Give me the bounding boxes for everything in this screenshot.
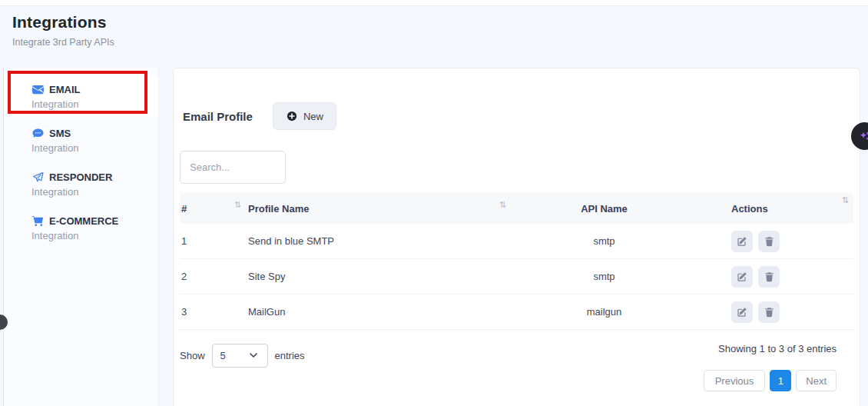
page-title: Integrations	[12, 13, 114, 32]
entries-label: entries	[275, 350, 305, 361]
table-row: 3 MailGun mailgun	[180, 295, 853, 330]
column-header-api-name[interactable]: API Name	[506, 203, 702, 215]
new-button-label: New	[303, 111, 323, 122]
sparkles-icon	[859, 130, 868, 142]
shopping-cart-icon	[31, 215, 44, 227]
profile-name: Site Spy	[248, 271, 285, 282]
sidebar-item-ecommerce[interactable]: E-COMMERCE Integration	[4, 208, 158, 248]
sms-bubble-icon	[31, 127, 44, 139]
sidebar-item-sms[interactable]: SMS Integration	[4, 121, 158, 160]
previous-page-button[interactable]: Previous	[704, 370, 766, 391]
edit-icon	[736, 235, 748, 248]
row-index: 1	[181, 235, 187, 247]
edit-button[interactable]	[731, 231, 753, 252]
sort-icon[interactable]: ⇅	[842, 195, 849, 205]
current-page-button[interactable]: 1	[770, 370, 791, 391]
table-row: 2 Site Spy smtp	[180, 259, 853, 295]
edit-icon	[736, 306, 748, 318]
column-header-label: #	[181, 203, 187, 215]
api-name: mailgun	[506, 306, 702, 318]
sidebar-item-sublabel: Integration	[31, 98, 152, 110]
column-header-label: API Name	[581, 203, 628, 215]
column-header-profile-name[interactable]: Profile Name ⇅	[241, 203, 506, 215]
edit-button[interactable]	[731, 301, 753, 323]
showing-entries-text: Showing 1 to 3 of 3 entries	[718, 343, 837, 354]
page-subtitle: Integrate 3rd Party APIs	[12, 37, 114, 48]
new-profile-button[interactable]: New	[273, 102, 336, 130]
api-name: smtp	[506, 235, 702, 247]
edit-icon	[736, 271, 748, 283]
panel-header: Email Profile New	[183, 102, 336, 130]
search-input[interactable]	[180, 151, 286, 184]
sidebar-item-email[interactable]: EMAIL Integration	[4, 77, 158, 116]
show-label: Show	[180, 350, 205, 361]
column-header-num[interactable]: # ⇅	[180, 203, 241, 215]
top-divider	[0, 0, 868, 6]
trash-icon	[763, 235, 775, 248]
api-name: smtp	[506, 271, 702, 282]
sidebar-item-sublabel: Integration	[31, 186, 152, 198]
page-size-control: Show 5 entries	[180, 344, 305, 368]
edit-button[interactable]	[731, 266, 753, 288]
column-header-actions[interactable]: Actions ⇅	[702, 203, 853, 215]
paper-plane-icon	[31, 171, 44, 183]
email-profile-panel: Email Profile New # ⇅ Profile Name ⇅ API…	[173, 68, 860, 406]
sidebar-item-label: RESPONDER	[49, 171, 112, 183]
row-index: 2	[181, 271, 187, 282]
profile-name: Send in blue SMTP	[248, 235, 334, 247]
table-header-row: # ⇅ Profile Name ⇅ API Name Actions ⇅	[180, 193, 853, 224]
trash-icon	[763, 306, 775, 318]
sidebar-item-responder[interactable]: RESPONDER Integration	[4, 165, 158, 204]
row-index: 3	[181, 306, 187, 318]
column-header-label: Profile Name	[248, 203, 309, 215]
sidebar-item-label: EMAIL	[49, 84, 80, 95]
page-header: Integrations Integrate 3rd Party APIs	[12, 13, 114, 48]
pagination: Previous 1 Next	[704, 370, 837, 391]
selected-page-size: 5	[220, 350, 226, 361]
delete-button[interactable]	[758, 266, 780, 288]
delete-button[interactable]	[758, 301, 780, 323]
integrations-sidebar: EMAIL Integration SMS Integration RESPON…	[3, 68, 159, 406]
next-page-button[interactable]: Next	[796, 370, 837, 391]
panel-title: Email Profile	[183, 110, 253, 123]
plus-circle-icon	[286, 110, 298, 122]
envelope-icon	[31, 83, 44, 95]
column-header-label: Actions	[731, 203, 768, 215]
sidebar-item-sublabel: Integration	[31, 142, 152, 154]
sort-icon[interactable]: ⇅	[234, 200, 241, 210]
delete-button[interactable]	[758, 231, 780, 252]
trash-icon	[763, 271, 775, 283]
entries-per-page-select[interactable]: 5	[212, 344, 268, 368]
profile-name: MailGun	[248, 306, 285, 318]
sidebar-item-label: SMS	[49, 128, 71, 139]
chevron-down-icon	[247, 350, 260, 362]
sort-icon[interactable]: ⇅	[499, 200, 506, 210]
table-row: 1 Send in blue SMTP smtp	[180, 224, 853, 259]
profiles-table: # ⇅ Profile Name ⇅ API Name Actions ⇅ 1 …	[180, 193, 853, 330]
sidebar-item-sublabel: Integration	[31, 230, 152, 241]
sidebar-item-label: E-COMMERCE	[49, 215, 118, 227]
